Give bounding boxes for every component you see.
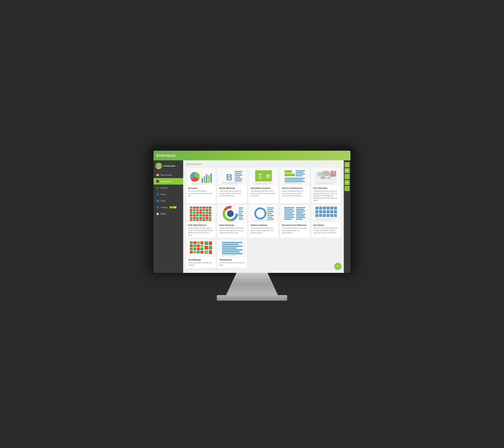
right-icon-chat[interactable]: 💬 (344, 168, 350, 173)
svg-rect-175 (222, 255, 236, 256)
svg-rect-48 (190, 206, 192, 209)
card-title-bonds: Bonds Maturing (219, 187, 245, 189)
sidebar-item-folios[interactable]: 👤 Folios (154, 191, 183, 198)
card-body-options: Options Expiring Track options that are … (249, 223, 278, 236)
right-icon-heart[interactable]: ♡ (344, 174, 350, 179)
card-image-transactions (217, 240, 247, 257)
card-desc-options: Track options that are about to expire, … (251, 227, 276, 234)
team-icon: 👥 (156, 199, 159, 202)
card-body-top-holdings: Top Holdings Shows your largest holdings… (186, 257, 216, 268)
svg-rect-132 (315, 210, 318, 213)
svg-rect-88 (206, 219, 208, 221)
logo: FinFolio🖸 (157, 153, 176, 158)
card-folio-hierarchy[interactable]: Folio Hierarchy Analyze hierarchical rel… (217, 205, 247, 238)
user-section[interactable]: Jessica Doe ▾ (154, 160, 183, 172)
svg-rect-63 (193, 212, 196, 214)
fab-icon: + (337, 264, 339, 268)
card-desc-top-clients: See a list of your top households or cli… (313, 227, 339, 234)
sidebar-label-folios: Folios (161, 193, 166, 195)
svg-rect-53 (206, 206, 208, 209)
monitor-wrapper: FinFolio🖸 ♡ (150, 147, 354, 301)
svg-rect-27 (285, 174, 295, 176)
monitor-screen: FinFolio🖸 ♡ (154, 151, 350, 273)
svg-rect-104 (267, 211, 274, 212)
sidebar-item-reports[interactable]: ◎ Reports (154, 185, 183, 191)
svg-rect-55 (190, 209, 192, 211)
svg-rect-85 (196, 219, 199, 221)
sidebar-item-daily-activity[interactable]: 📅 Daily Activity (154, 172, 183, 178)
card-accounts[interactable]: Accounts See current and historical summ… (186, 168, 216, 203)
card-desc-calc: See detailed information about returns a… (251, 190, 276, 197)
svg-rect-170 (222, 246, 242, 247)
svg-rect-73 (202, 214, 205, 216)
svg-rect-114 (284, 214, 294, 215)
svg-rect-110 (284, 207, 294, 208)
card-body-accounts: Accounts See current and historical summ… (186, 186, 216, 198)
card-calculation-analysis[interactable]: Σ C (249, 168, 278, 203)
monitor-base (217, 295, 287, 301)
svg-rect-156 (197, 248, 200, 250)
sidebar-item-billing[interactable]: 📋 Billing (154, 210, 183, 217)
sidebar-label-team: Team (161, 200, 166, 202)
card-top-clients[interactable]: Top Clients See a list of your top house… (311, 205, 341, 238)
card-firm-overview[interactable]: Firm Overview Understand how your practi… (311, 168, 341, 203)
sidebar-item-dashboards[interactable]: ⬛ Dashboards (154, 178, 183, 185)
card-bonds-maturing[interactable]: B (217, 168, 247, 203)
svg-rect-173 (222, 251, 240, 252)
sidebar-item-team[interactable]: 👥 Team (154, 198, 183, 204)
svg-rect-128 (323, 206, 326, 209)
card-options-expiring[interactable]: Options Expiring Track options that are … (249, 205, 278, 238)
card-transactions[interactable]: Transactions See recent transactions acr… (217, 240, 247, 268)
right-icon-pin[interactable]: 📍 (344, 186, 350, 191)
svg-rect-83 (190, 219, 192, 221)
svg-rect-14 (234, 175, 242, 176)
svg-rect-45 (335, 171, 336, 177)
card-image-top-holdings (186, 240, 216, 257)
svg-rect-49 (193, 206, 196, 209)
sidebar-label-daily-activity: Daily Activity (161, 174, 172, 176)
grid-icon: ⬛ (156, 180, 159, 183)
card-top-holdings[interactable]: Top Holdings Shows your largest holdings… (186, 240, 216, 268)
card-image-fees (280, 168, 309, 186)
card-image-options (249, 205, 278, 223)
card-image-folio-returns (186, 205, 216, 223)
svg-rect-8 (210, 173, 212, 183)
card-body-bonds: Bonds Maturing Track bonds that are abou… (217, 186, 247, 198)
card-folio-daily-returns[interactable]: Folio Daily Returns Analyze returns by d… (186, 205, 216, 238)
svg-rect-31 (296, 175, 303, 176)
sidebar-label-billing: Billing (161, 213, 166, 215)
svg-rect-152 (197, 244, 200, 247)
svg-rect-18 (222, 182, 242, 183)
svg-rect-72 (199, 214, 202, 216)
folio-icon: 👤 (156, 193, 159, 196)
right-icon-edit[interactable]: ✎ (344, 162, 350, 167)
card-image-security (280, 205, 309, 223)
svg-rect-79 (199, 217, 202, 219)
svg-rect-43 (332, 170, 333, 177)
right-icon-plus[interactable]: ✚ (344, 180, 350, 185)
trading-icon: ◎ (156, 206, 159, 209)
svg-rect-164 (204, 246, 208, 250)
monitor-outer: FinFolio🖸 ♡ (150, 147, 354, 273)
heart-icon[interactable]: ♡ (344, 153, 347, 158)
svg-rect-174 (222, 253, 242, 254)
fab-button[interactable]: + (335, 263, 341, 270)
svg-rect-7 (208, 175, 210, 183)
svg-text:Σ: Σ (258, 172, 263, 180)
svg-rect-157 (200, 248, 203, 250)
svg-rect-70 (193, 214, 196, 216)
sidebar-item-trading[interactable]: ◎ Trading 7 44 (154, 204, 183, 210)
card-desc-firm: Understand how your practice is growing … (313, 190, 339, 202)
svg-rect-10 (191, 184, 206, 185)
svg-rect-54 (209, 206, 211, 209)
svg-rect-149 (200, 242, 203, 244)
svg-rect-5 (204, 176, 205, 183)
card-security-cross-ref[interactable]: Security Cross-Reference View account po… (280, 205, 309, 238)
svg-rect-76 (190, 217, 192, 219)
card-image-folio-hier (217, 205, 247, 223)
right-sidebar: ✎ 💬 ♡ ✚ 📍 (344, 160, 350, 273)
sidebar: Jessica Doe ▾ 📅 Daily Activity ⬛ Dashboa… (154, 160, 183, 273)
svg-rect-56 (193, 209, 196, 211)
svg-rect-138 (315, 214, 318, 217)
card-fees-commissions[interactable]: Fees & Commissions Shows management fee … (280, 168, 309, 203)
